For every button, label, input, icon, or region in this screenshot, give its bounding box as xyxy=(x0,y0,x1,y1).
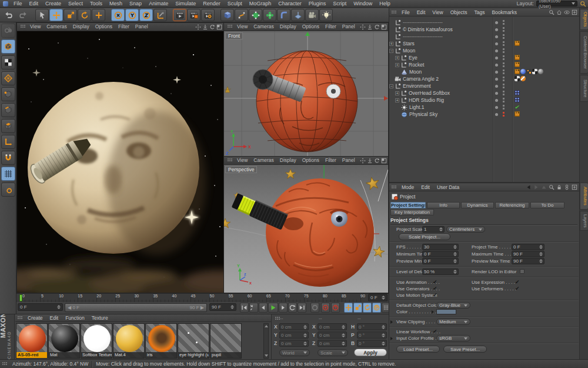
expand-icon[interactable]: + xyxy=(395,91,399,95)
vp-menu-filter[interactable]: Filter xyxy=(322,157,339,164)
add-deformer-button[interactable] xyxy=(277,9,290,21)
object-row[interactable]: +Eye xyxy=(389,54,580,61)
search-icon[interactable] xyxy=(549,184,554,190)
coord-field-rot-h[interactable]: 0 ° xyxy=(357,323,387,330)
editor-render-dots[interactable] xyxy=(502,19,505,25)
vp-menu-display[interactable]: Display xyxy=(277,23,299,31)
coord-field-pos-y[interactable]: 0 cm xyxy=(279,331,309,339)
object-row[interactable]: Physical Sky xyxy=(389,111,580,118)
visibility-dot[interactable] xyxy=(495,99,498,102)
tab-objects[interactable]: Objects xyxy=(580,9,588,30)
key-scale-toggle[interactable] xyxy=(353,303,362,313)
use-animation-checkbox[interactable]: ✔ xyxy=(433,279,437,285)
am-menu-userdata[interactable]: User Data xyxy=(433,184,463,191)
om-menu-view[interactable]: View xyxy=(429,9,446,16)
expand-triangle-icon[interactable] xyxy=(390,320,393,324)
edges-mode-button[interactable] xyxy=(1,103,15,117)
fps-field[interactable]: 30 xyxy=(422,244,459,250)
viewport-front[interactable]: View Cameras Display Options Filter Pane… xyxy=(223,22,389,157)
xpresso-tag-icon[interactable] xyxy=(514,97,520,102)
object-row[interactable]: Moon xyxy=(389,68,580,75)
stepper-icon[interactable] xyxy=(382,333,385,337)
timeline-ruler[interactable]: 051015202530354045505560657075808590 0 F xyxy=(16,293,389,301)
vp-menu-filter[interactable]: Filter xyxy=(322,23,339,31)
record-keyframe-button[interactable] xyxy=(321,303,330,313)
panel-handle-icon[interactable] xyxy=(227,158,232,163)
stepper-icon[interactable] xyxy=(453,245,457,249)
make-editable-button[interactable] xyxy=(1,24,15,38)
frame-ruler[interactable]: 051015202530354045505560657075808590 xyxy=(16,294,367,302)
object-row[interactable]: −Moon xyxy=(389,47,580,54)
pan-view-icon[interactable] xyxy=(360,158,366,164)
object-row[interactable]: Camera Angle 2 xyxy=(389,75,580,82)
color-swatch[interactable] xyxy=(436,309,456,314)
save-preset-button[interactable]: Save Preset... xyxy=(443,346,487,353)
am-menu-mode[interactable]: Mode xyxy=(398,184,417,191)
add-spline-button[interactable] xyxy=(235,9,248,21)
redo-button[interactable] xyxy=(16,9,29,21)
viewport-front-canvas[interactable]: Y X Z xyxy=(224,31,388,156)
editor-render-dots[interactable] xyxy=(502,62,505,68)
panel-handle-icon[interactable] xyxy=(391,10,396,15)
material-thumbnail[interactable]: iris xyxy=(145,323,177,359)
project-scale-field[interactable]: 1 xyxy=(422,226,445,233)
panel-handle-icon[interactable] xyxy=(275,316,280,321)
vp-menu-options[interactable]: Options xyxy=(92,23,115,31)
menu-plugins[interactable]: Plugins xyxy=(305,0,330,8)
history-back-icon[interactable] xyxy=(526,184,532,190)
orbit-view-icon[interactable] xyxy=(374,158,380,164)
vp-menu-cameras[interactable]: Cameras xyxy=(250,157,276,164)
eye-icon[interactable] xyxy=(564,9,570,15)
collapse-icon[interactable]: − xyxy=(389,49,393,53)
material-thumbnail[interactable]: Mat xyxy=(48,323,80,359)
visibility-dot[interactable] xyxy=(495,71,498,74)
stepper-icon[interactable] xyxy=(382,325,385,329)
texture-tag-icon[interactable] xyxy=(532,69,537,74)
vp-menu-cameras[interactable]: Cameras xyxy=(250,23,276,31)
sky-material-tag-icon[interactable] xyxy=(520,69,526,74)
object-row[interactable]: +Stars xyxy=(389,40,580,47)
project-time-field[interactable]: 0 F xyxy=(512,244,544,250)
stepper-icon[interactable] xyxy=(453,259,457,263)
panel-handle-icon[interactable] xyxy=(391,185,396,190)
model-mode-button[interactable] xyxy=(1,39,15,54)
visibility-dot[interactable] xyxy=(495,92,498,95)
workplane-mode-button[interactable] xyxy=(1,71,15,85)
previous-frame-button[interactable] xyxy=(259,303,268,313)
add-generator-button[interactable] xyxy=(249,9,262,21)
undo-button[interactable] xyxy=(2,9,15,21)
coord-field-rot-b[interactable]: 0 ° xyxy=(357,340,387,347)
add-modeling-object-button[interactable] xyxy=(263,9,276,21)
stepper-icon[interactable] xyxy=(453,252,457,256)
add-environment-button[interactable] xyxy=(291,9,305,21)
orbit-view-icon[interactable] xyxy=(374,24,380,30)
stepper-icon[interactable] xyxy=(303,325,307,329)
coord-field-size-x[interactable]: 0 cm xyxy=(318,323,347,330)
menu-sculpt[interactable]: Sculpt xyxy=(224,0,246,8)
tab-dynamics[interactable]: Dynamics xyxy=(461,202,494,208)
expand-icon[interactable]: + xyxy=(395,98,399,102)
mat-menu-texture[interactable]: Texture xyxy=(88,314,112,322)
om-menu-file[interactable]: File xyxy=(398,9,413,16)
visibility-dot[interactable] xyxy=(495,113,498,116)
vp-menu-display[interactable]: Display xyxy=(70,23,92,31)
vp-menu-options[interactable]: Options xyxy=(299,23,322,31)
lock-icon[interactable] xyxy=(556,184,562,190)
vertex-tag-icon[interactable] xyxy=(526,69,532,74)
tab-structure[interactable]: Structure xyxy=(580,75,588,102)
editor-render-dots[interactable] xyxy=(502,34,505,39)
minimum-time-field[interactable]: 0 F xyxy=(422,251,459,257)
tab-info[interactable]: Info xyxy=(427,202,460,208)
scroll-up-icon[interactable] xyxy=(265,325,268,327)
menu-simulate[interactable]: Simulate xyxy=(172,0,199,8)
stepper-icon[interactable] xyxy=(539,245,543,249)
compositing-tag-icon[interactable] xyxy=(514,55,520,60)
use-generators-checkbox[interactable]: ✔ xyxy=(433,286,437,291)
use-expression-checkbox[interactable]: ✔ xyxy=(515,279,520,285)
xpresso-tag-icon[interactable] xyxy=(514,90,520,95)
vp-menu-options[interactable]: Options xyxy=(299,157,322,164)
pan-view-icon[interactable] xyxy=(195,24,201,30)
mat-menu-function[interactable]: Function xyxy=(62,314,88,322)
stepper-icon[interactable] xyxy=(230,305,234,309)
key-rotation-toggle[interactable] xyxy=(363,303,372,313)
